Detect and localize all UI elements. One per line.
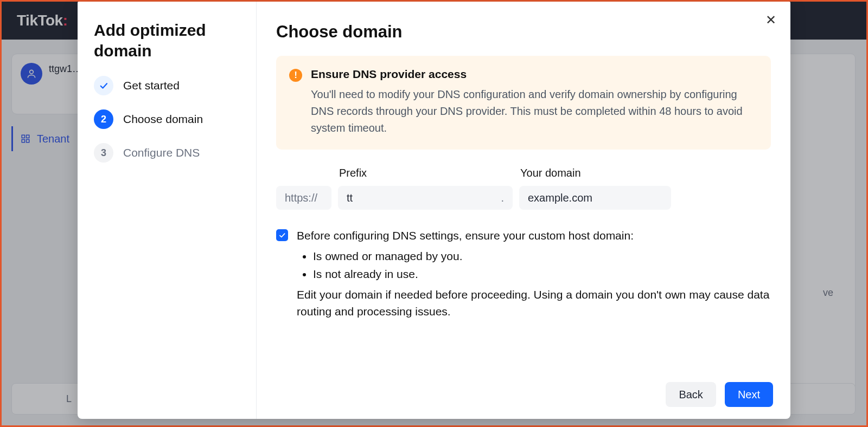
confirm-checkbox[interactable] <box>276 229 288 241</box>
step-completed-check-icon <box>94 76 113 95</box>
confirmation-text: Before configuring DNS settings, ensure … <box>297 227 771 320</box>
domain-input-row: . https:// Prefix tt . Your domain <box>276 167 771 210</box>
modal-sidebar: Add optimized domain Get started 2 Choos… <box>78 2 257 419</box>
close-icon[interactable]: ✕ <box>765 14 776 27</box>
protocol-field: https:// <box>276 186 331 210</box>
step-configure-dns[interactable]: 3 Configure DNS <box>94 143 240 163</box>
dns-access-notice: ! Ensure DNS provider access You'll need… <box>276 56 771 150</box>
notice-title: Ensure DNS provider access <box>311 68 758 81</box>
step-choose-domain[interactable]: 2 Choose domain <box>94 109 240 129</box>
confirmation-row: Before configuring DNS settings, ensure … <box>276 227 771 320</box>
confirm-bullet: Is owned or managed by you. <box>313 248 771 265</box>
prefix-dot: . <box>501 192 504 204</box>
step-label: Get started <box>123 79 180 92</box>
confirm-bullet: Is not already in use. <box>313 266 771 283</box>
add-domain-modal: Add optimized domain Get started 2 Choos… <box>78 2 790 419</box>
step-label: Configure DNS <box>123 146 200 159</box>
modal-main: ✕ Choose domain ! Ensure DNS provider ac… <box>257 2 790 419</box>
domain-input[interactable] <box>519 186 671 210</box>
step-number-badge: 3 <box>94 143 113 163</box>
back-button[interactable]: Back <box>666 382 716 407</box>
prefix-label: Prefix <box>338 167 513 179</box>
next-button[interactable]: Next <box>725 382 773 407</box>
modal-side-title: Add optimized domain <box>94 20 240 61</box>
confirm-intro: Before configuring DNS settings, ensure … <box>297 227 771 244</box>
modal-footer: Back Next <box>666 382 773 407</box>
prefix-field[interactable]: tt . <box>338 186 513 210</box>
step-label: Choose domain <box>123 113 203 126</box>
step-get-started[interactable]: Get started <box>94 76 240 95</box>
page-title: Choose domain <box>276 22 771 42</box>
notice-body: You'll need to modify your DNS configura… <box>311 86 758 137</box>
viewport: TikTok: ttgw1…m Tenant ve L Add optimize… <box>0 0 868 427</box>
step-list: Get started 2 Choose domain 3 Configure … <box>94 76 240 163</box>
your-domain-label: Your domain <box>519 167 671 179</box>
confirm-outro: Edit your domain if needed before procee… <box>297 286 771 320</box>
warning-icon: ! <box>289 69 302 82</box>
prefix-value: tt <box>347 192 353 204</box>
step-number-badge: 2 <box>94 109 113 129</box>
